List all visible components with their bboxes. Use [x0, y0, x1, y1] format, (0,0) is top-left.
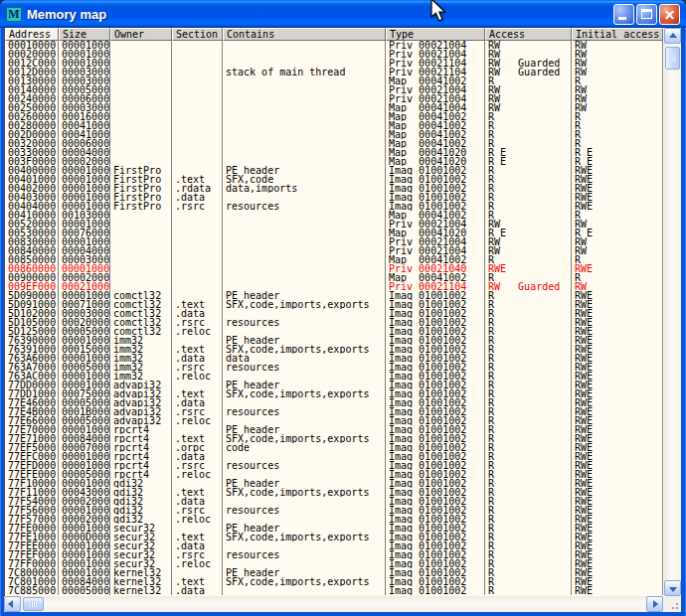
cell-initial-access: RWE [572, 577, 663, 586]
scroll-left-button[interactable] [4, 596, 21, 612]
maximize-button[interactable] [636, 4, 657, 25]
table-row[interactable]: 0052000000001000Priv 00021004RWRW [5, 220, 663, 229]
table-row[interactable]: 77FE000000001000secur32PE headerImag 010… [5, 524, 663, 533]
cell-access: R [485, 577, 572, 586]
table-row[interactable]: 77F5700000002000gdi32.relocImag 01001002… [5, 515, 663, 524]
cell-access: R [485, 345, 572, 354]
table-row[interactable]: 77E4B0000001B000advapi32.rsrcresourcesIm… [5, 407, 663, 416]
table-row[interactable]: 5D09000000001000comctl32PE headerImag 01… [5, 291, 663, 300]
cell-address: 00130000 [5, 77, 59, 85]
table-row[interactable]: 0040000000001000FirstProPE headerImag 01… [5, 166, 663, 175]
cell-contains [223, 452, 386, 461]
table-row[interactable]: 77EFC00000001000rpcrt4.dataImag 01001002… [5, 452, 663, 461]
table-row[interactable]: 77FEF00000001000secur32.rsrcresourcesIma… [5, 550, 663, 559]
cell-contains: PE header [223, 166, 386, 175]
table-row[interactable]: 7C80000000001000kernel32PE headerImag 01… [5, 568, 663, 577]
horizontal-scrollbar[interactable] [4, 596, 681, 612]
table-row[interactable]: 77DD100000075000advapi32.textSFX,code,im… [5, 389, 663, 398]
table-row[interactable]: 77E6600000005000advapi32.relocImag 01001… [5, 416, 663, 425]
horizontal-scroll-thumb[interactable] [23, 597, 44, 611]
column-header-owner[interactable]: Owner [110, 28, 172, 41]
titlebar[interactable]: M Memory map [0, 0, 686, 28]
scroll-down-button[interactable] [664, 580, 681, 596]
table-row[interactable]: 0024000000006000Priv 00021004RWRW [5, 94, 663, 103]
table-row[interactable]: 0001000000001000Priv 00021004RWRW [5, 41, 663, 50]
table-row[interactable]: 763A600000001000imm32.datadataImag 01001… [5, 354, 663, 363]
table-row[interactable]: 77F5600000001000gdi32.rsrcresourcesImag … [5, 506, 663, 515]
cell-owner: advapi32 [110, 389, 172, 398]
table-row[interactable]: 0040100000001000FirstPro.textSFX,codeIma… [5, 175, 663, 184]
table-row[interactable]: 7639000000001000imm32PE headerImag 01001… [5, 336, 663, 345]
resize-grip[interactable] [664, 596, 681, 612]
table-row[interactable]: 763A700000005000imm32.rsrcresourcesImag … [5, 363, 663, 372]
column-header-contains[interactable]: Contains [223, 28, 386, 41]
table-row[interactable]: 5D09100000071000comctl32.textSFX,code,im… [5, 300, 663, 309]
cell-address: 00260000 [5, 112, 59, 121]
table-row[interactable]: 0032000000006000Map 00041002RR [5, 139, 663, 148]
table-row[interactable]: 77FE10000000D000secur32.textSFX,code,imp… [5, 533, 663, 541]
table-row[interactable]: 7639100000015000imm32.textSFX,code,impor… [5, 345, 663, 354]
cell-type: Imag 01001002 [386, 524, 485, 533]
column-header-address[interactable]: Address [5, 28, 59, 41]
table-row[interactable]: 009EF00000021000Priv 00021104RW GuardedR… [5, 282, 663, 291]
table-row[interactable]: 0014000000005000Priv 00021004RWRW [5, 85, 663, 94]
cell-owner [110, 246, 172, 255]
table-row[interactable]: 0026000000016000Map 00041002RR [5, 112, 663, 121]
table-row[interactable]: 0002000000001000Priv 00021004RWRW [5, 50, 663, 59]
table-row[interactable]: 7C88500000005000kernel32.dataImag 010010… [5, 586, 663, 595]
table-row[interactable]: 0013000000003000Map 00041002RR [5, 77, 663, 85]
table-row[interactable]: 77DD000000001000advapi32PE headerImag 01… [5, 381, 663, 389]
table-row[interactable]: 77F1100000043000gdi32.textSFX,code,impor… [5, 488, 663, 497]
column-header-type[interactable]: Type [386, 28, 485, 41]
table-row[interactable]: 77E7100000084000rpcrt4.textSFX,code,impo… [5, 434, 663, 443]
cell-contains [223, 282, 386, 291]
table-row[interactable]: 0086000000001000Priv 00021040RWERWE [5, 264, 663, 273]
table-row[interactable]: 5D10200000003000comctl32.dataImag 010010… [5, 309, 663, 318]
close-button[interactable] [659, 4, 680, 25]
table-row[interactable]: 0028000000041000Map 00041002RR [5, 121, 663, 130]
cell-owner [110, 229, 172, 237]
table-row[interactable]: 0083000000001000Priv 00021004RWRW [5, 237, 663, 246]
table-row[interactable]: 0012C00000001000Priv 00021104RW GuardedR… [5, 59, 663, 68]
column-header-initial-access[interactable]: Initial access [572, 28, 663, 41]
cell-address: 763A7000 [5, 363, 59, 372]
column-header-section[interactable]: Section [172, 28, 223, 41]
table-row[interactable]: 7C80100000084000kernel32.textSFX,code,im… [5, 577, 663, 586]
table-row[interactable]: 77E7000000001000rpcrt4PE headerImag 0100… [5, 425, 663, 434]
table-row[interactable]: 0033000000004000Map 00041020R ER E [5, 148, 663, 157]
scroll-up-button[interactable] [664, 28, 681, 44]
cell-type: Imag 01001002 [386, 425, 485, 434]
table-row[interactable]: 5D10500000020000comctl32.rsrcresourcesIm… [5, 318, 663, 327]
table-row[interactable]: 003F000000002000Map 00041020R ER E [5, 157, 663, 166]
scroll-right-button[interactable] [646, 596, 663, 612]
table-row[interactable]: 0041000000103000Map 00041002RR [5, 211, 663, 220]
table-row[interactable]: 0025000000003000Map 00041004RWRW [5, 103, 663, 112]
table-row[interactable]: 77EFD00000001000rpcrt4.rsrcresourcesImag… [5, 461, 663, 470]
table-row[interactable]: 0084000000004000Priv 00021004RWRW [5, 246, 663, 255]
minimize-button[interactable] [613, 4, 634, 25]
table-row[interactable]: 763AC00000001000imm32.relocImag 01001002… [5, 372, 663, 381]
table-row[interactable]: 0040400000001000FirstPro.rsrcresourcesIm… [5, 202, 663, 211]
table-row[interactable]: 0040200000001000FirstPro.rdatadata,impor… [5, 184, 663, 193]
table-row[interactable]: 77EFE00000005000rpcrt4.relocImag 0100100… [5, 470, 663, 479]
table-row[interactable]: 77F5400000002000gdi32.dataImag 01001002R… [5, 497, 663, 506]
table-row[interactable]: 77FEE00000001000secur32.dataImag 0100100… [5, 541, 663, 550]
vertical-scrollbar[interactable] [664, 28, 681, 596]
table-row[interactable]: 5D12500000005000comctl32.relocImag 01001… [5, 327, 663, 336]
vertical-scroll-thumb[interactable] [665, 47, 680, 70]
column-header-size[interactable]: Size [59, 28, 110, 41]
table-row[interactable]: 77E4600000005000advapi32.dataImag 010010… [5, 398, 663, 407]
table-row[interactable]: 0090000000002000Map 00041002RR [5, 273, 663, 282]
column-header-access[interactable]: Access [485, 28, 572, 41]
table-row[interactable]: 002D000000041000Map 00041002RR [5, 130, 663, 139]
table-row[interactable]: 77FF000000001000secur32.relocImag 010010… [5, 559, 663, 568]
cell-initial-access: RWE [572, 524, 663, 533]
cell-address: 00840000 [5, 246, 59, 255]
table-row[interactable]: 77EF500000007000rpcrt4.orpccodeImag 0100… [5, 443, 663, 452]
table-row[interactable]: 77F1000000001000gdi32PE headerImag 01001… [5, 479, 663, 488]
table-row[interactable]: 0085000000003000Map 00041002RR [5, 255, 663, 264]
table-row[interactable]: 0040300000001000FirstPro.dataImag 010010… [5, 193, 663, 202]
cell-access: RW Guarded [485, 59, 572, 68]
table-row[interactable]: 0012D00000003000stack of main threadPriv… [5, 68, 663, 77]
table-row[interactable]: 0053000000076000Map 00041020R ER E [5, 229, 663, 237]
